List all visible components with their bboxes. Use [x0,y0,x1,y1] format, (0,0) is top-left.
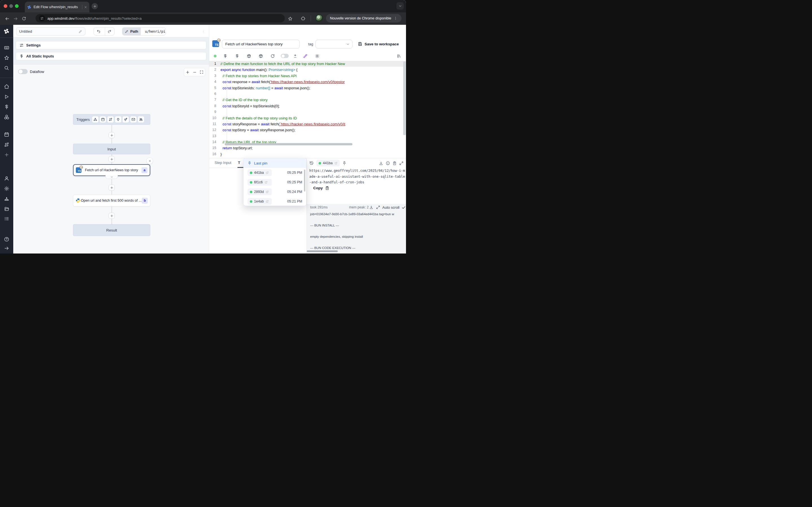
download-icon[interactable] [379,161,383,165]
auto-scroll-checkbox[interactable] [402,205,406,210]
pin-history-item[interactable]: 1e4ab05:21 PM [244,196,306,206]
sidebar-home-icon[interactable] [4,84,9,89]
pin-icon[interactable] [342,161,347,165]
result-node[interactable]: Result [73,224,150,236]
flow-step-a-node[interactable]: TS Fetch url of HackerNews top story a [73,164,150,176]
fit-view-icon[interactable] [200,70,204,74]
zoom-out-icon[interactable] [193,70,197,74]
tag-select[interactable] [315,40,352,48]
websocket-trigger-icon[interactable] [115,116,121,122]
tab-test-this-step[interactable]: T [238,161,240,165]
address-bar[interactable]: app.windmill.dev/flows/edit/u/henri/pin_… [36,14,285,22]
sidebar-audit-logs-icon[interactable] [4,216,9,221]
site-info-icon[interactable] [39,15,45,21]
external-link-icon[interactable] [266,200,269,203]
logs-horizontal-scrollbar[interactable] [307,250,338,252]
window-zoom-button[interactable] [15,4,18,8]
sidebar-resources-icon[interactable] [4,114,9,120]
window-close-button[interactable] [4,4,7,8]
bookmark-star-icon[interactable] [286,14,294,23]
reload-button[interactable] [20,14,28,23]
dataflow-toggle[interactable] [18,69,28,74]
expand-logs-icon[interactable] [376,205,380,209]
external-link-icon[interactable] [335,162,338,165]
extensions-icon[interactable] [299,14,307,23]
variable-picker-icon[interactable] [219,54,231,58]
redo-button[interactable] [105,27,114,35]
window-minimize-button[interactable] [9,4,13,8]
back-button[interactable] [3,14,11,23]
editor-vertical-scrollbar[interactable] [403,61,406,135]
add-step-button[interactable] [109,132,115,138]
flow-name-input[interactable]: Untitled [16,27,86,36]
sidebar-apps-icon[interactable] [4,45,9,50]
email-trigger-icon[interactable] [130,116,137,122]
menu-dots-icon[interactable] [394,16,398,20]
sidebar-workers-icon[interactable] [4,196,9,202]
library-icon[interactable] [397,54,401,58]
external-link-icon[interactable] [266,171,269,174]
step-a-expand-tab[interactable] [105,175,118,179]
sidebar-runs-icon[interactable] [4,94,9,100]
pin-history-item[interactable]: 2893d05:24 PM [244,187,306,196]
input-node[interactable]: Input [73,144,150,154]
sidebar-users-icon[interactable] [4,176,9,181]
tab-search-button[interactable] [396,2,404,10]
step-name-input[interactable]: Fetch url of HackerNews top story [222,40,300,48]
download-logs-icon[interactable] [369,205,373,209]
sidebar-routes-icon[interactable] [4,142,9,147]
sidebar-favorites-icon[interactable] [4,55,9,61]
resource-type-icon[interactable] [255,54,267,58]
new-tab-button[interactable] [92,3,98,9]
webhook-trigger-icon[interactable] [92,116,98,122]
tab-close-icon[interactable] [84,6,87,9]
context-variable-icon[interactable] [231,54,243,58]
reset-code-icon[interactable] [267,54,278,58]
resource-picker-icon[interactable] [243,54,255,58]
flow-settings-row[interactable]: Settings [16,41,206,49]
diff-mode-icon[interactable] [291,54,299,58]
poll-trigger-icon[interactable] [138,116,144,122]
editor-toggle[interactable] [281,54,289,58]
copy-button[interactable]: Copy [313,186,329,190]
add-step-button[interactable] [109,213,115,219]
external-link-icon[interactable] [266,190,269,193]
sidebar-schedules-icon[interactable] [4,132,9,137]
dropdown-scrollbar[interactable] [304,170,305,191]
undo-button[interactable] [94,27,103,35]
flow-step-b-node[interactable]: Open url and fetch first 500 words of ..… [73,194,150,207]
chrome-update-button[interactable]: Nouvelle version de Chrome disponible [326,14,402,22]
flow-path-button[interactable]: Path u/henri/pin [122,27,166,36]
schedule-trigger-icon[interactable] [100,116,106,122]
ai-assist-icon[interactable] [299,54,311,58]
sidebar-help-icon[interactable] [4,237,9,242]
history-icon[interactable] [309,161,314,165]
windmill-logo-icon[interactable] [3,28,10,34]
more-options-button[interactable] [199,27,207,36]
kafka-trigger-icon[interactable] [123,116,129,122]
profile-avatar[interactable] [315,14,323,22]
external-link-icon[interactable] [264,181,267,184]
pin-history-item[interactable]: 6f1c605:25 PM [244,177,306,187]
editor-horizontal-scrollbar[interactable] [225,143,352,145]
sidebar-add-icon[interactable] [4,152,9,158]
add-step-button[interactable] [109,184,115,191]
remove-step-button[interactable] [146,158,153,164]
info-icon[interactable] [386,161,390,165]
clipboard-icon[interactable] [393,161,397,165]
sidebar-variables-icon[interactable] [4,104,9,110]
expand-icon[interactable] [399,161,403,165]
all-static-inputs-row[interactable]: All Static Inputs [16,52,206,60]
tab-step-input[interactable]: Step Input [214,161,231,165]
sidebar-search-icon[interactable] [4,65,9,71]
editor-settings-icon[interactable] [311,54,323,58]
zoom-in-icon[interactable] [186,70,190,74]
route-trigger-icon[interactable] [107,116,114,122]
triggers-node[interactable]: Triggers [73,114,150,125]
last-pin-option[interactable]: Last pin [244,158,306,168]
run-id-chip[interactable]: 441ba [316,160,340,166]
flow-canvas[interactable]: Dataflow Triggers Input [13,64,209,253]
pin-history-item[interactable]: 441ba05:25 PM [244,168,306,177]
sidebar-folders-icon[interactable] [4,206,9,212]
sidebar-settings-icon[interactable] [4,186,9,191]
